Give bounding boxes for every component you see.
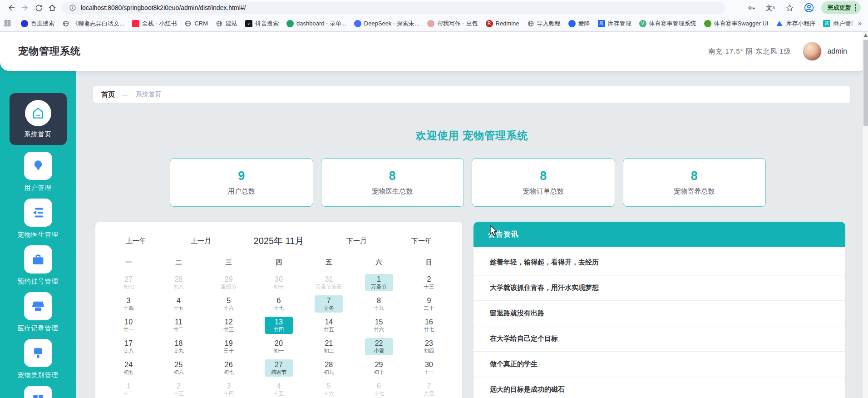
bookmark-item[interactable]: V体育赛事管理系统 — [639, 20, 696, 28]
bookmark-item[interactable]: 吕商户管理 — [823, 20, 853, 28]
announcement-item[interactable]: 留退路就没有出路 — [473, 301, 845, 326]
bookmark-item[interactable]: DeepSeek - 探索未... — [354, 20, 419, 28]
calendar-day[interactable]: 30初十 — [254, 272, 304, 293]
calendar-day[interactable]: 29初十 — [354, 357, 404, 378]
user-widget[interactable]: admin — [803, 42, 847, 61]
calendar-day[interactable]: 1十二 — [104, 378, 153, 398]
calendar-day[interactable]: 12廿三 — [204, 314, 254, 336]
sidebar-item-宠物医生管理[interactable]: 宠物医生管理 — [18, 199, 59, 239]
sidebar-item-预约挂号管理[interactable]: 预约挂号管理 — [18, 245, 59, 286]
bookmark-item[interactable]: 爱降 — [568, 20, 590, 28]
back-icon[interactable] — [5, 1, 18, 15]
stat-label: 宠物寄养总数 — [674, 187, 715, 196]
calendar-day[interactable]: 23初四 — [404, 336, 454, 357]
calendar-day[interactable]: 28初九 — [304, 357, 354, 378]
chrome-update-button[interactable]: 完成更新 — [821, 1, 861, 14]
favicon — [21, 20, 28, 27]
calendar-day[interactable]: 1万圣节 — [354, 272, 404, 293]
calendar-day[interactable]: 3十四 — [104, 293, 153, 314]
calendar-day[interactable]: 3十四 — [204, 378, 254, 398]
calendar-day[interactable]: 29重阳节 — [204, 272, 254, 293]
calendar-day[interactable]: 20初一 — [254, 336, 304, 357]
translate-icon[interactable]: 文A — [764, 1, 778, 15]
sidebar-item-用户管理[interactable]: 用户管理 — [24, 152, 52, 193]
scrollbar-thumb[interactable] — [863, 40, 868, 126]
breadcrumb-home[interactable]: 首页 — [101, 90, 115, 99]
calendar-day[interactable]: 26初七 — [204, 357, 254, 378]
sidebar-item-extra[interactable] — [24, 386, 52, 398]
apps-grid-icon[interactable] — [4, 20, 11, 27]
site-info-icon[interactable] — [69, 4, 76, 11]
browser-menu-icon[interactable] — [855, 4, 857, 11]
announcement-item[interactable]: 在大学给自己定个目标 — [473, 326, 845, 352]
bookmarks-overflow-chevron[interactable]: » — [856, 18, 863, 28]
forward-icon[interactable] — [18, 1, 32, 15]
password-key-icon[interactable] — [745, 1, 759, 15]
calendar-day[interactable]: 17廿八 — [104, 336, 153, 357]
announcement-item[interactable]: 大学就该抓住青春，用汗水实现梦想 — [473, 275, 845, 301]
announcement-item[interactable]: 远大的目标是成功的磁石 — [473, 377, 845, 398]
calendar-day[interactable]: 28初八 — [153, 272, 203, 293]
calendar-next-month-button[interactable]: 下一月 — [324, 237, 389, 245]
bookmark-item[interactable]: dashboard - 录单... — [286, 20, 346, 28]
calendar-day[interactable]: 7大雪 — [404, 378, 454, 398]
calendar-day[interactable]: 5十六 — [204, 293, 254, 314]
calendar-day[interactable]: 5十六 — [304, 378, 354, 398]
bookmark-item[interactable]: RRedmine — [486, 20, 519, 27]
bookmarks-list: 百度搜索《聊斋志异白话文...全栈 - 小红书CRM建站♪抖音搜索dashboa… — [21, 20, 853, 28]
calendar-day[interactable]: 11廿二 — [153, 314, 203, 336]
calendar-day[interactable]: 24初五 — [104, 357, 153, 378]
calendar-day[interactable]: 21初二 — [304, 336, 354, 357]
bookmark-item[interactable]: 百度搜索 — [21, 20, 54, 28]
calendar-day[interactable]: 10廿一 — [104, 314, 153, 336]
bookmark-item[interactable]: 库存小程序 — [776, 20, 815, 28]
calendar-day[interactable]: 2十三 — [153, 378, 203, 398]
avatar[interactable] — [803, 42, 822, 61]
calendar-day[interactable]: 16廿七 — [404, 314, 454, 336]
page-scrollbar[interactable] — [863, 32, 868, 398]
announcement-item[interactable]: 做个真正的学生 — [473, 352, 845, 377]
sidebar-item-系统首页[interactable]: 系统首页 — [10, 93, 67, 145]
calendar-next-year-button[interactable]: 下一年 — [389, 237, 454, 245]
bookmark-item[interactable]: 建站 — [216, 20, 237, 28]
calendar-day[interactable]: 4十五 — [254, 378, 304, 398]
profile-icon[interactable] — [802, 1, 816, 15]
calendar-prev-month-button[interactable]: 上一月 — [168, 237, 233, 245]
bookmark-item[interactable]: 吕库存管理 — [598, 20, 631, 28]
announcement-item[interactable]: 趁着年轻，输得起，看得开，去经历 — [473, 250, 845, 275]
bookmark-star-icon[interactable] — [783, 1, 797, 15]
calendar-day[interactable]: 25初六 — [153, 357, 203, 378]
calendar-prev-year-button[interactable]: 上一年 — [104, 237, 168, 245]
bookmark-item[interactable]: 帮我写作 - 豆包 — [427, 20, 478, 28]
sidebar-item-医疗记录管理[interactable]: 医疗记录管理 — [18, 292, 59, 333]
reload-icon[interactable] — [32, 1, 45, 15]
calendar-day[interactable]: 13廿四 — [254, 314, 304, 336]
calendar-day[interactable]: 6十七 — [354, 378, 404, 398]
bookmark-item[interactable]: 导入教程 — [527, 20, 561, 28]
calendar-day[interactable]: 15廿六 — [354, 314, 404, 336]
calendar-day[interactable]: 30十一 — [404, 357, 454, 378]
calendar-day[interactable]: 22小雪 — [354, 336, 404, 357]
calendar-day[interactable]: 14廿五 — [304, 314, 354, 336]
sidebar-item-宠物类别管理[interactable]: 宠物类别管理 — [18, 339, 59, 380]
calendar-day[interactable]: 9二十 — [404, 293, 454, 314]
calendar-day[interactable]: 27感恩节 — [254, 357, 304, 378]
calendar-day[interactable]: 2十三 — [404, 272, 454, 293]
scrollbar-up-arrow-icon[interactable] — [864, 34, 868, 37]
bookmark-item[interactable]: 体育赛事Swagger UI — [704, 20, 769, 28]
bookmark-item[interactable]: ♪抖音搜索 — [245, 20, 279, 28]
bookmark-item[interactable]: CRM — [184, 20, 208, 27]
calendar-day[interactable]: 6十七 — [254, 293, 304, 314]
bookmark-item[interactable]: 《聊斋志异白话文... — [62, 20, 124, 28]
bookmark-item[interactable]: 全栈 - 小红书 — [132, 20, 177, 28]
calendar-day[interactable]: 31万圣节前夜 — [304, 272, 354, 293]
calendar-day[interactable]: 4十五 — [153, 293, 203, 314]
calendar-day[interactable]: 7立冬 — [304, 293, 354, 314]
url-text[interactable]: localhost:8080/springboot8k2i0euo/admin/… — [81, 4, 246, 11]
calendar-day[interactable]: 27初七 — [104, 272, 153, 293]
calendar-day[interactable]: 18廿九 — [153, 336, 203, 357]
address-bar[interactable]: localhost:8080/springboot8k2i0euo/admin/… — [63, 2, 725, 14]
calendar-day[interactable]: 8十九 — [354, 293, 404, 314]
calendar-day[interactable]: 19三十 — [204, 336, 254, 357]
home-button-icon[interactable] — [45, 1, 59, 15]
